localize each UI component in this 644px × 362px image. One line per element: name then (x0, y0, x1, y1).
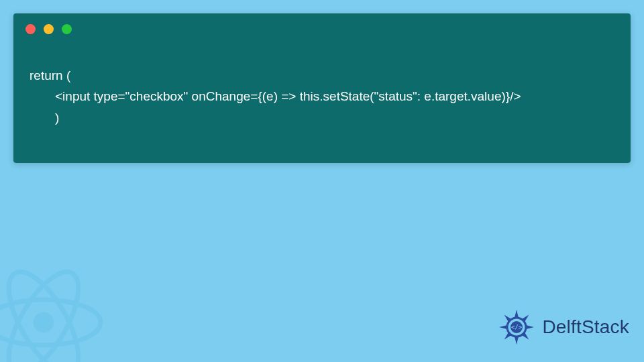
code-body: return ( <input type="checkbox" onChange… (13, 41, 631, 131)
svg-marker-7 (526, 325, 534, 329)
maximize-icon[interactable] (62, 24, 72, 34)
brand-logo-icon: </> (496, 307, 537, 347)
code-line-2: <input type="checkbox" onChange={(e) => … (30, 89, 521, 103)
code-window: return ( <input type="checkbox" onChange… (13, 13, 631, 163)
svg-text:</>: </> (511, 324, 523, 330)
svg-point-3 (34, 312, 54, 333)
window-titlebar (13, 13, 631, 41)
svg-marker-11 (499, 325, 507, 329)
svg-marker-5 (515, 310, 519, 318)
react-logo-watermark-icon (0, 265, 107, 362)
brand-name: DelftStack (542, 316, 629, 338)
code-line-1: return ( (30, 68, 70, 82)
code-line-3: ) (30, 111, 59, 125)
svg-marker-9 (515, 337, 519, 345)
brand: </> DelftStack (496, 307, 629, 347)
close-icon[interactable] (25, 24, 36, 34)
minimize-icon[interactable] (44, 24, 54, 34)
